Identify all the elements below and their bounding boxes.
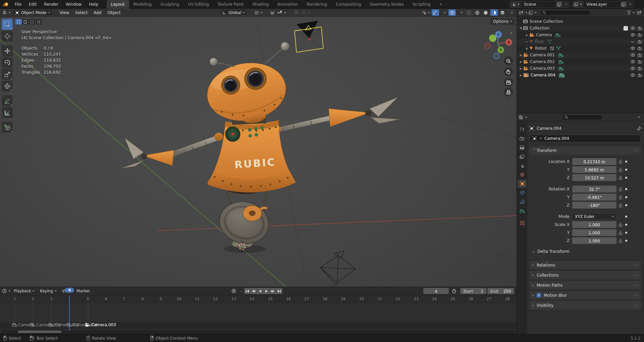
panel-grip-icon[interactable]: ∷∷ [634,273,639,277]
gizmo-neg-x-axis[interactable] [485,43,490,49]
panel-grip-icon[interactable]: ∷∷ [634,149,639,152]
hide-eye-icon[interactable] [630,73,635,77]
tool-move[interactable] [2,45,13,56]
collections-panel-header[interactable]: › Collections ∷∷ [529,271,641,279]
outliner-filter-button[interactable] [626,9,635,16]
tab-tool[interactable] [518,125,527,133]
tool-scale[interactable] [2,69,13,80]
tab-scene[interactable] [518,162,527,170]
object-type-visibility-button[interactable] [421,9,431,16]
tool-select-box[interactable] [2,19,13,30]
menu-file[interactable]: File [11,0,25,9]
object-name-field[interactable]: Camera.004 [530,135,641,142]
expand-arrow-icon[interactable]: ▶ [525,47,529,50]
shading-solid-button[interactable] [482,9,489,16]
disable-render-camera-icon[interactable] [638,53,642,57]
lock-open-icon[interactable] [619,223,623,227]
timeline-track-area[interactable] [0,303,517,322]
timeline-menu-keying[interactable]: Keying [37,289,59,293]
location-x-field[interactable]: 0.21743 m [572,158,616,165]
transform-orientation-selector[interactable]: Global [220,9,247,16]
timeline-playhead[interactable] [69,295,70,332]
expand-arrow-icon[interactable]: ▶ [525,34,529,37]
tab-physics[interactable] [518,198,527,206]
select-mode-new[interactable] [15,19,22,24]
animate-dot[interactable] [625,188,627,190]
workspace-tab-compositing[interactable]: Compositing [331,0,365,9]
motion-blur-checkbox[interactable]: ✓ [537,293,541,297]
lock-open-icon[interactable] [619,195,623,199]
workspace-tab-sculpting[interactable]: Sculpting [156,0,183,9]
properties-search-input[interactable] [562,115,602,120]
tool-cursor[interactable] [2,31,13,42]
animate-dot[interactable] [625,224,627,226]
lock-open-icon[interactable] [619,231,623,235]
blender-logo-icon[interactable] [0,2,11,7]
workspace-tab-rendering[interactable]: Rendering [302,0,331,9]
viewport-menu-view[interactable]: View [57,10,72,15]
tab-constraints[interactable] [518,189,527,197]
marker-camera-003-selected[interactable]: Camera.003 [85,323,116,327]
workspace-tab-geometry-nodes[interactable]: Geometry Nodes [366,0,408,9]
rotation-y-field[interactable]: -0.661° [572,194,616,201]
robot-object[interactable]: RUBIC [121,42,400,253]
toggle-ortho-button[interactable] [504,88,513,97]
motion-paths-panel-header[interactable]: › Motion Paths ∷∷ [529,281,641,289]
workspace-tab-animation[interactable]: Animation [273,0,302,9]
select-mode-subtract[interactable] [29,19,35,24]
new-scene-button[interactable] [556,1,562,7]
proportional-editing-button[interactable] [292,9,300,16]
animate-dot[interactable] [625,161,627,163]
outliner-display-mode-button[interactable] [528,9,537,16]
disable-render-camera-icon[interactable] [638,60,642,64]
disable-render-camera-icon[interactable] [638,47,642,50]
proportional-falloff-button[interactable] [301,9,311,16]
outliner-item-camera-003[interactable]: ▶ Camera.003 [517,65,644,72]
tab-view-layer[interactable] [518,153,527,161]
workspace-tab-layout[interactable]: Layout [107,0,129,9]
timeline-editor-type-button[interactable] [1,288,11,294]
tool-transform[interactable] [2,80,13,92]
menu-window[interactable]: Window [62,0,85,9]
menu-edit[interactable]: Edit [25,0,40,9]
lock-open-icon[interactable] [619,176,623,180]
tool-annotate[interactable] [2,95,13,106]
lock-open-icon[interactable] [619,168,623,172]
workspace-tab-scripting[interactable]: Scripting [408,0,435,9]
tab-object-data[interactable] [518,207,527,215]
workspace-tab-uv-editing[interactable]: UV Editing [183,0,213,9]
workspace-tab-texture-paint[interactable]: Texture Paint [213,0,248,9]
visibility-panel-header[interactable]: › Visibility ∷∷ [529,301,641,309]
auto-keying-dropdown[interactable] [240,291,243,292]
frame-end-field[interactable]: End250 [487,288,514,294]
menu-render[interactable]: Render [40,0,62,9]
frame-start-field[interactable]: Start1 [460,288,486,294]
tab-texture[interactable] [518,219,527,227]
camera-wireframe-object[interactable] [320,251,356,285]
collection-checkbox[interactable]: ✓ [624,26,628,31]
scale-y-field[interactable]: 1.000 [572,229,616,236]
lock-open-icon[interactable] [619,239,623,243]
scale-z-field[interactable]: 1.000 [572,237,616,244]
rotation-z-field[interactable]: -180° [572,202,616,209]
outliner-item-robot[interactable]: ▶ Robot [517,45,644,52]
show-overlays-button[interactable] [448,9,456,16]
remove-view-layer-button[interactable]: ✕ [627,2,634,7]
expand-arrow-icon[interactable]: ▼ [519,27,523,30]
tab-render[interactable] [518,134,527,142]
hide-eye-icon[interactable] [630,33,635,37]
animate-dot[interactable] [625,177,627,179]
timeline-menu-playback[interactable]: Playback [11,289,37,293]
viewport-menu-add[interactable]: Add [91,10,104,15]
disable-render-camera-icon[interactable] [638,67,642,70]
options-button[interactable]: Options [490,18,515,25]
select-mode-intersect[interactable] [36,19,42,24]
hide-eye-icon[interactable] [630,60,635,63]
xray-toggle-button[interactable] [465,9,473,16]
animate-dot[interactable] [625,204,627,206]
rotation-mode-dropdown[interactable]: XYZ Euler [572,213,616,220]
shading-material-preview-button[interactable] [490,9,498,16]
location-z-field[interactable]: 10.527 m [572,174,616,181]
navigation-gizmo[interactable]: Z X Y [482,30,513,60]
shading-rendered-button[interactable] [499,9,506,16]
